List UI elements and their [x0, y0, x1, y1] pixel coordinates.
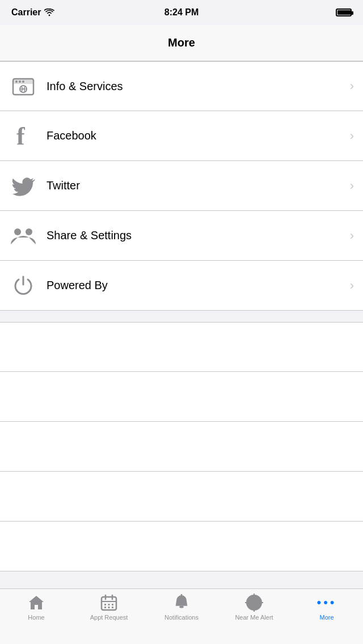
menu-list: Info & Services › f Facebook › Twitter › — [0, 61, 363, 311]
group-icon — [9, 222, 37, 250]
chevron-icon-info-services: › — [350, 79, 354, 94]
chevron-icon-powered-by: › — [350, 278, 354, 293]
empty-row-5 — [0, 522, 363, 571]
menu-item-facebook[interactable]: f Facebook › — [0, 111, 363, 161]
nav-bar: More — [0, 25, 363, 61]
tab-notifications-label: Notifications — [164, 614, 199, 621]
svg-point-4 — [22, 80, 24, 83]
tab-near-me-alert-label: Near Me Alert — [235, 614, 273, 621]
radar-tab-icon — [245, 594, 263, 612]
menu-item-share-settings[interactable]: Share & Settings › — [0, 211, 363, 261]
notification-tab-icon — [172, 594, 191, 612]
dots-tab-icon: ••• — [318, 594, 336, 612]
menu-label-info-services: Info & Services — [47, 80, 350, 93]
menu-label-facebook: Facebook — [47, 129, 350, 142]
tab-bar: Home Appt Request — [0, 588, 363, 644]
chevron-icon-twitter: › — [350, 179, 354, 193]
menu-item-twitter[interactable]: Twitter › — [0, 161, 363, 211]
svg-point-3 — [19, 80, 21, 83]
empty-row-3 — [0, 422, 363, 472]
svg-rect-14 — [104, 604, 106, 605]
tab-home[interactable]: Home — [0, 594, 73, 621]
menu-item-powered-by[interactable]: Powered By › — [0, 261, 363, 311]
power-icon — [9, 272, 37, 300]
svg-point-9 — [26, 228, 32, 235]
nav-title: More — [168, 36, 195, 49]
tab-appt-request-label: Appt Request — [90, 614, 128, 621]
status-bar-left: Carrier — [11, 7, 54, 18]
status-bar-time: 8:24 PM — [164, 7, 199, 18]
svg-point-8 — [14, 228, 21, 235]
svg-point-24 — [252, 601, 256, 604]
status-bar-right — [336, 9, 352, 16]
menu-item-info-services[interactable]: Info & Services › — [0, 61, 363, 111]
status-bar: Carrier 8:24 PM — [0, 0, 363, 25]
calendar-tab-icon — [100, 594, 118, 612]
empty-row-4 — [0, 472, 363, 522]
empty-row-2 — [0, 372, 363, 422]
tab-near-me-alert[interactable]: Near Me Alert — [218, 594, 290, 621]
menu-label-powered-by: Powered By — [47, 279, 350, 292]
svg-rect-15 — [108, 604, 110, 605]
empty-rows — [0, 322, 363, 571]
tab-more-label: More — [319, 614, 334, 621]
svg-rect-17 — [104, 607, 106, 608]
twitter-icon — [9, 172, 37, 200]
svg-rect-16 — [112, 604, 113, 605]
svg-point-2 — [15, 80, 18, 83]
svg-text:f: f — [16, 125, 26, 147]
tab-home-label: Home — [28, 614, 44, 621]
menu-label-share-settings: Share & Settings — [47, 229, 350, 242]
carrier-label: Carrier — [11, 7, 41, 18]
facebook-icon: f — [9, 122, 37, 150]
browser-icon — [9, 72, 37, 100]
empty-row-1 — [0, 322, 363, 372]
battery-icon — [336, 9, 352, 16]
chevron-icon-share-settings: › — [350, 228, 354, 243]
tab-more[interactable]: ••• More — [290, 594, 363, 621]
wifi-icon — [44, 9, 54, 16]
menu-label-twitter: Twitter — [47, 179, 350, 192]
svg-rect-19 — [112, 607, 113, 608]
chevron-icon-facebook: › — [350, 129, 354, 143]
svg-rect-18 — [108, 607, 110, 608]
tab-appt-request[interactable]: Appt Request — [73, 594, 145, 621]
home-tab-icon — [27, 594, 45, 612]
tab-notifications[interactable]: Notifications — [145, 594, 218, 621]
svg-rect-20 — [179, 606, 184, 608]
